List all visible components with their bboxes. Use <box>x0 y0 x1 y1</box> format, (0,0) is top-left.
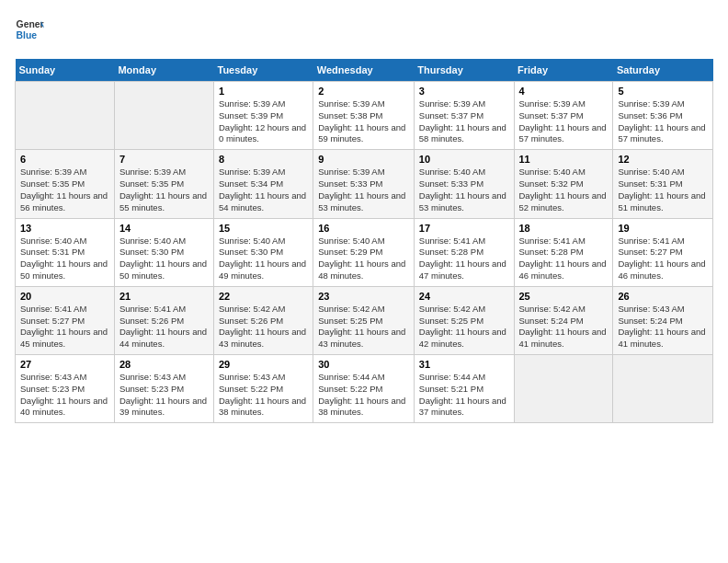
weekday-header-friday: Friday <box>514 59 613 82</box>
day-info: Sunrise: 5:39 AM Sunset: 5:35 PM Dayligh… <box>119 167 209 213</box>
calendar-cell: 25Sunrise: 5:42 AM Sunset: 5:24 PM Dayli… <box>514 286 613 354</box>
day-info: Sunrise: 5:44 AM Sunset: 5:22 PM Dayligh… <box>318 372 409 419</box>
calendar-cell: 7Sunrise: 5:39 AM Sunset: 5:35 PM Daylig… <box>114 150 213 218</box>
day-info: Sunrise: 5:43 AM Sunset: 5:23 PM Dayligh… <box>119 372 209 419</box>
svg-text:General: General <box>17 19 44 29</box>
calendar-cell <box>114 82 213 150</box>
calendar-cell: 5Sunrise: 5:39 AM Sunset: 5:36 PM Daylig… <box>613 82 713 150</box>
logo-icon: General Blue <box>15 15 44 44</box>
day-info: Sunrise: 5:39 AM Sunset: 5:36 PM Dayligh… <box>618 98 708 145</box>
calendar-cell: 20Sunrise: 5:41 AM Sunset: 5:27 PM Dayli… <box>16 286 115 354</box>
weekday-header-sunday: Sunday <box>16 59 115 82</box>
day-info: Sunrise: 5:42 AM Sunset: 5:25 PM Dayligh… <box>419 304 509 350</box>
calendar-cell: 18Sunrise: 5:41 AM Sunset: 5:28 PM Dayli… <box>514 218 613 286</box>
calendar-cell: 15Sunrise: 5:40 AM Sunset: 5:30 PM Dayli… <box>214 218 313 286</box>
calendar-cell: 8Sunrise: 5:39 AM Sunset: 5:34 PM Daylig… <box>214 150 313 218</box>
page-header: General Blue <box>15 15 713 44</box>
calendar-cell <box>16 82 115 150</box>
day-info: Sunrise: 5:43 AM Sunset: 5:24 PM Dayligh… <box>618 304 708 350</box>
calendar-cell: 2Sunrise: 5:39 AM Sunset: 5:38 PM Daylig… <box>313 82 415 150</box>
calendar-table: SundayMondayTuesdayWednesdayThursdayFrid… <box>15 59 713 423</box>
weekday-header-thursday: Thursday <box>414 59 514 82</box>
day-info: Sunrise: 5:42 AM Sunset: 5:25 PM Dayligh… <box>318 304 409 350</box>
day-info: Sunrise: 5:40 AM Sunset: 5:33 PM Dayligh… <box>419 167 509 213</box>
calendar-cell: 3Sunrise: 5:39 AM Sunset: 5:37 PM Daylig… <box>414 82 514 150</box>
week-row-2: 6Sunrise: 5:39 AM Sunset: 5:35 PM Daylig… <box>16 150 713 218</box>
day-number: 10 <box>419 154 509 165</box>
day-info: Sunrise: 5:41 AM Sunset: 5:27 PM Dayligh… <box>618 236 708 282</box>
day-number: 30 <box>318 359 409 370</box>
day-info: Sunrise: 5:40 AM Sunset: 5:30 PM Dayligh… <box>219 236 308 282</box>
day-info: Sunrise: 5:39 AM Sunset: 5:33 PM Dayligh… <box>318 167 409 213</box>
calendar-cell: 26Sunrise: 5:43 AM Sunset: 5:24 PM Dayli… <box>613 286 713 354</box>
weekday-header-saturday: Saturday <box>613 59 713 82</box>
calendar-cell: 21Sunrise: 5:41 AM Sunset: 5:26 PM Dayli… <box>114 286 213 354</box>
day-number: 29 <box>219 359 308 370</box>
day-number: 13 <box>20 223 109 234</box>
calendar-cell: 31Sunrise: 5:44 AM Sunset: 5:21 PM Dayli… <box>414 355 514 423</box>
calendar-cell: 6Sunrise: 5:39 AM Sunset: 5:35 PM Daylig… <box>16 150 115 218</box>
calendar-cell: 9Sunrise: 5:39 AM Sunset: 5:33 PM Daylig… <box>313 150 415 218</box>
day-number: 19 <box>618 223 708 234</box>
day-info: Sunrise: 5:40 AM Sunset: 5:31 PM Dayligh… <box>618 167 708 213</box>
day-number: 21 <box>119 291 209 302</box>
calendar-cell <box>613 355 713 423</box>
day-info: Sunrise: 5:39 AM Sunset: 5:37 PM Dayligh… <box>419 98 509 145</box>
calendar-cell: 13Sunrise: 5:40 AM Sunset: 5:31 PM Dayli… <box>16 218 115 286</box>
day-info: Sunrise: 5:40 AM Sunset: 5:30 PM Dayligh… <box>119 236 209 282</box>
day-info: Sunrise: 5:42 AM Sunset: 5:24 PM Dayligh… <box>519 304 609 350</box>
day-info: Sunrise: 5:39 AM Sunset: 5:38 PM Dayligh… <box>318 98 409 145</box>
day-info: Sunrise: 5:43 AM Sunset: 5:23 PM Dayligh… <box>20 372 109 419</box>
day-number: 3 <box>419 86 509 97</box>
day-number: 22 <box>219 291 308 302</box>
calendar-cell: 10Sunrise: 5:40 AM Sunset: 5:33 PM Dayli… <box>414 150 514 218</box>
week-row-5: 27Sunrise: 5:43 AM Sunset: 5:23 PM Dayli… <box>16 355 713 423</box>
day-info: Sunrise: 5:40 AM Sunset: 5:31 PM Dayligh… <box>20 236 109 282</box>
calendar-cell: 11Sunrise: 5:40 AM Sunset: 5:32 PM Dayli… <box>514 150 613 218</box>
day-info: Sunrise: 5:41 AM Sunset: 5:26 PM Dayligh… <box>119 304 209 350</box>
calendar-cell: 12Sunrise: 5:40 AM Sunset: 5:31 PM Dayli… <box>613 150 713 218</box>
calendar-cell: 24Sunrise: 5:42 AM Sunset: 5:25 PM Dayli… <box>414 286 514 354</box>
day-number: 6 <box>20 154 109 165</box>
day-info: Sunrise: 5:44 AM Sunset: 5:21 PM Dayligh… <box>419 372 509 419</box>
day-number: 9 <box>318 154 409 165</box>
header-row: SundayMondayTuesdayWednesdayThursdayFrid… <box>16 59 713 82</box>
day-number: 4 <box>519 86 609 97</box>
day-number: 17 <box>419 223 509 234</box>
calendar-cell: 4Sunrise: 5:39 AM Sunset: 5:37 PM Daylig… <box>514 82 613 150</box>
day-number: 18 <box>519 223 609 234</box>
week-row-1: 1Sunrise: 5:39 AM Sunset: 5:39 PM Daylig… <box>16 82 713 150</box>
day-info: Sunrise: 5:39 AM Sunset: 5:35 PM Dayligh… <box>20 167 109 213</box>
day-number: 8 <box>219 154 308 165</box>
day-info: Sunrise: 5:39 AM Sunset: 5:34 PM Dayligh… <box>219 167 308 213</box>
day-info: Sunrise: 5:41 AM Sunset: 5:27 PM Dayligh… <box>20 304 109 350</box>
day-number: 1 <box>219 86 308 97</box>
day-number: 12 <box>618 154 708 165</box>
day-number: 26 <box>618 291 708 302</box>
day-number: 25 <box>519 291 609 302</box>
week-row-4: 20Sunrise: 5:41 AM Sunset: 5:27 PM Dayli… <box>16 286 713 354</box>
calendar-cell: 1Sunrise: 5:39 AM Sunset: 5:39 PM Daylig… <box>214 82 313 150</box>
calendar-cell: 23Sunrise: 5:42 AM Sunset: 5:25 PM Dayli… <box>313 286 415 354</box>
day-number: 23 <box>318 291 409 302</box>
day-number: 20 <box>20 291 109 302</box>
day-number: 5 <box>618 86 708 97</box>
weekday-header-tuesday: Tuesday <box>214 59 313 82</box>
day-number: 2 <box>318 86 409 97</box>
calendar-cell: 14Sunrise: 5:40 AM Sunset: 5:30 PM Dayli… <box>114 218 213 286</box>
week-row-3: 13Sunrise: 5:40 AM Sunset: 5:31 PM Dayli… <box>16 218 713 286</box>
calendar-cell: 22Sunrise: 5:42 AM Sunset: 5:26 PM Dayli… <box>214 286 313 354</box>
day-info: Sunrise: 5:41 AM Sunset: 5:28 PM Dayligh… <box>419 236 509 282</box>
calendar-cell: 30Sunrise: 5:44 AM Sunset: 5:22 PM Dayli… <box>313 355 415 423</box>
day-number: 15 <box>219 223 308 234</box>
day-info: Sunrise: 5:39 AM Sunset: 5:39 PM Dayligh… <box>219 98 308 145</box>
day-number: 7 <box>119 154 209 165</box>
day-info: Sunrise: 5:42 AM Sunset: 5:26 PM Dayligh… <box>219 304 308 350</box>
day-info: Sunrise: 5:41 AM Sunset: 5:28 PM Dayligh… <box>519 236 609 282</box>
day-number: 28 <box>119 359 209 370</box>
day-info: Sunrise: 5:40 AM Sunset: 5:29 PM Dayligh… <box>318 236 409 282</box>
calendar-cell: 16Sunrise: 5:40 AM Sunset: 5:29 PM Dayli… <box>313 218 415 286</box>
calendar-cell: 17Sunrise: 5:41 AM Sunset: 5:28 PM Dayli… <box>414 218 514 286</box>
day-info: Sunrise: 5:43 AM Sunset: 5:22 PM Dayligh… <box>219 372 308 419</box>
calendar-cell <box>514 355 613 423</box>
